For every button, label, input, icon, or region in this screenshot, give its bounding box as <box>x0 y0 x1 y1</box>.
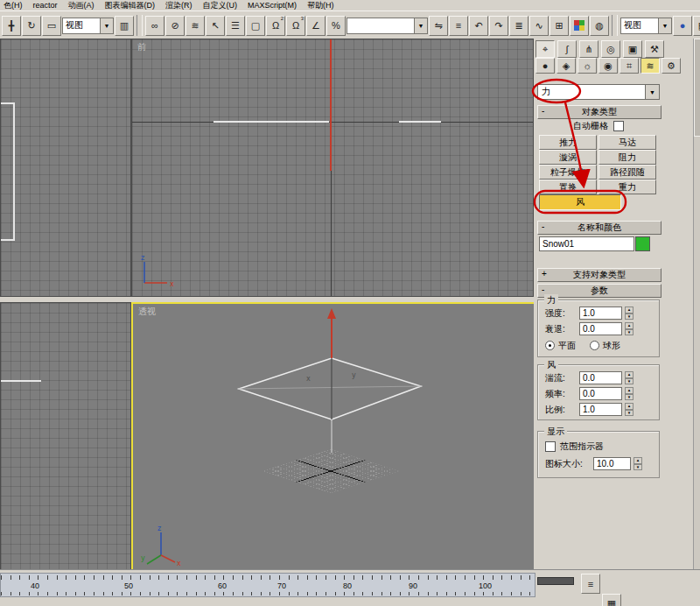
rollout-object-type[interactable]: - 对象类型 <box>537 105 662 119</box>
percent-snap-icon[interactable]: % <box>326 16 346 36</box>
gravity-button[interactable]: 重力 <box>598 180 656 194</box>
status-menu-icon[interactable]: ≡ <box>581 574 600 594</box>
chevron-down-icon: ▼ <box>414 18 427 33</box>
select-by-name-icon[interactable]: ☰ <box>226 16 245 36</box>
turbulence-field[interactable]: 0.0 <box>579 371 622 384</box>
menu-item-rendering[interactable]: 渲染(R) <box>165 0 192 11</box>
push-button[interactable]: 推力 <box>539 135 597 150</box>
snap-3d-icon[interactable]: Ω3 <box>286 16 305 36</box>
status-grid-icon[interactable]: ▦ <box>602 594 621 606</box>
marquee-icon[interactable]: ▢ <box>246 16 265 36</box>
viewport-bottom-left[interactable] <box>0 302 131 571</box>
category-geometry[interactable]: ● <box>536 58 555 74</box>
redo-icon[interactable]: ↷ <box>489 16 508 36</box>
category-helpers[interactable]: ⌗ <box>620 58 639 74</box>
command-panel-scrollbar[interactable] <box>693 39 700 569</box>
toolbar-separator <box>612 15 618 36</box>
undo-icon[interactable]: ↶ <box>469 16 488 36</box>
material-editor-icon[interactable] <box>570 16 589 36</box>
viewport-front-label: 前 <box>137 41 146 53</box>
curve-editor-icon[interactable]: ∿ <box>529 16 549 36</box>
perspective-axis-tripod: z y x <box>138 524 184 566</box>
bind-spacewarp-icon[interactable]: ≋ <box>186 16 205 36</box>
schematic-view-icon[interactable]: ⊞ <box>550 16 569 36</box>
layer-manager-icon[interactable]: ≣ <box>509 16 528 36</box>
frequency-field[interactable]: 0.0 <box>579 387 622 400</box>
link-icon[interactable]: ∞ <box>145 16 164 36</box>
planar-radio[interactable] <box>545 341 555 350</box>
viewport-front[interactable]: 前 x z <box>131 39 534 297</box>
menu-item-help[interactable]: 帮助(H) <box>307 0 334 11</box>
category-shapes[interactable]: ◈ <box>556 58 576 74</box>
range-indicators-checkbox[interactable] <box>545 441 556 452</box>
menu-item-customize[interactable]: 自定义(U) <box>203 0 238 11</box>
select-icon[interactable]: ↖ <box>206 16 225 36</box>
wind-button[interactable]: 风 <box>539 194 621 210</box>
category-spacewarps[interactable]: ≋ <box>640 58 660 74</box>
angle-snap-icon[interactable]: ∠ <box>306 16 326 36</box>
wind-params-group: 风 湍流: 0.0 ▴▾ 频率: 0.0 ▴▾ 比例: 1.0 ▴▾ <box>537 364 660 420</box>
viewport-top-left[interactable] <box>0 39 131 297</box>
scale-spinner[interactable]: ▴▾ <box>625 403 634 416</box>
scrollbar-thumb[interactable] <box>694 39 700 137</box>
render-view-dropdown[interactable]: 视图 ▼ <box>620 18 672 34</box>
move-icon[interactable]: ╋ <box>2 16 21 36</box>
menu-item-maxscript[interactable]: MAXScript(M) <box>248 1 297 10</box>
wind-gizmo-front-edge-left <box>214 121 329 123</box>
snap-2d-icon[interactable]: Ω2 <box>266 16 285 36</box>
decay-field[interactable]: 0.0 <box>579 322 622 335</box>
icon-size-spinner[interactable]: ▴▾ <box>634 457 642 470</box>
category-lights[interactable]: ☼ <box>578 58 597 74</box>
spacewarp-type-dropdown[interactable]: 力 ▼ <box>537 84 660 100</box>
selection-filter-dropdown[interactable]: ▼ <box>346 18 428 34</box>
viewport-perspective[interactable]: 透视 x y z y x <box>131 302 536 573</box>
rollout-name-color[interactable]: - 名称和颜色 <box>537 221 662 235</box>
turbulence-spinner[interactable]: ▴▾ <box>625 371 634 384</box>
tab-motion[interactable]: ◎ <box>601 40 620 58</box>
icon-size-field[interactable]: 10.0 <box>593 457 631 470</box>
menu-item-reactor[interactable]: reactor <box>33 1 58 10</box>
strength-spinner[interactable]: ▴▾ <box>625 307 634 320</box>
decay-spinner[interactable]: ▴▾ <box>625 322 634 335</box>
scale-box-icon[interactable]: ▭ <box>42 16 61 36</box>
monitors-icon[interactable]: ▥ <box>115 16 134 36</box>
hierarchy-tab-icon: ⋔ <box>584 44 592 55</box>
mirror-icon[interactable]: ⇋ <box>429 16 448 36</box>
track-bar-ruler[interactable]: 40 50 60 70 80 90 100 <box>0 573 536 597</box>
status-slider-handle[interactable] <box>537 577 574 585</box>
displace-button[interactable]: 置换 <box>539 180 597 194</box>
spherical-radio[interactable] <box>590 341 599 350</box>
category-systems[interactable]: ⚙ <box>662 58 681 74</box>
chevron-down-icon: ▼ <box>100 18 113 33</box>
viewport-perspective-label: 透视 <box>138 306 156 318</box>
menu-item-animation[interactable]: 动画(A) <box>68 0 94 11</box>
object-name-input[interactable] <box>539 236 634 251</box>
tab-display[interactable]: ▣ <box>623 40 642 58</box>
rollout-supports-object-types[interactable]: + 支持对象类型 <box>537 268 662 282</box>
rotate-icon[interactable]: ↻ <box>22 16 41 36</box>
motor-button[interactable]: 马达 <box>598 135 656 150</box>
grid-icon[interactable]: ▦ <box>693 16 700 36</box>
scale-field[interactable]: 1.0 <box>579 403 622 416</box>
drag-button[interactable]: 阻力 <box>598 150 656 165</box>
menu-item-graph-editors[interactable]: 图表编辑器(D) <box>105 0 156 11</box>
align-icon[interactable]: ≡ <box>449 16 468 36</box>
tab-create[interactable]: ⌖ <box>536 40 555 58</box>
path-follow-button[interactable]: 路径跟随 <box>598 165 656 180</box>
category-cameras[interactable]: ◉ <box>598 58 618 74</box>
frequency-spinner[interactable]: ▴▾ <box>625 387 634 400</box>
autogrid-checkbox[interactable] <box>613 121 624 131</box>
vortex-button[interactable]: 漩涡 <box>539 150 597 165</box>
pbomb-button[interactable]: 粒子爆炸 <box>539 165 597 180</box>
tab-hierarchy[interactable]: ⋔ <box>579 40 598 58</box>
tab-modify[interactable]: ∫ <box>557 40 577 58</box>
viewport-reference-dropdown[interactable]: 视图 ▼ <box>62 18 114 34</box>
strength-field[interactable]: 1.0 <box>579 307 622 320</box>
object-color-swatch[interactable] <box>635 236 650 251</box>
tab-utilities[interactable]: ⚒ <box>645 40 664 58</box>
unlink-icon[interactable]: ⊘ <box>165 16 185 36</box>
menu-item-character[interactable]: 色(H) <box>4 0 23 11</box>
quick-render-sphere-icon[interactable]: ● <box>673 16 692 36</box>
systems-icon: ⚙ <box>667 60 676 72</box>
render-icon[interactable]: ◍ <box>590 16 609 36</box>
